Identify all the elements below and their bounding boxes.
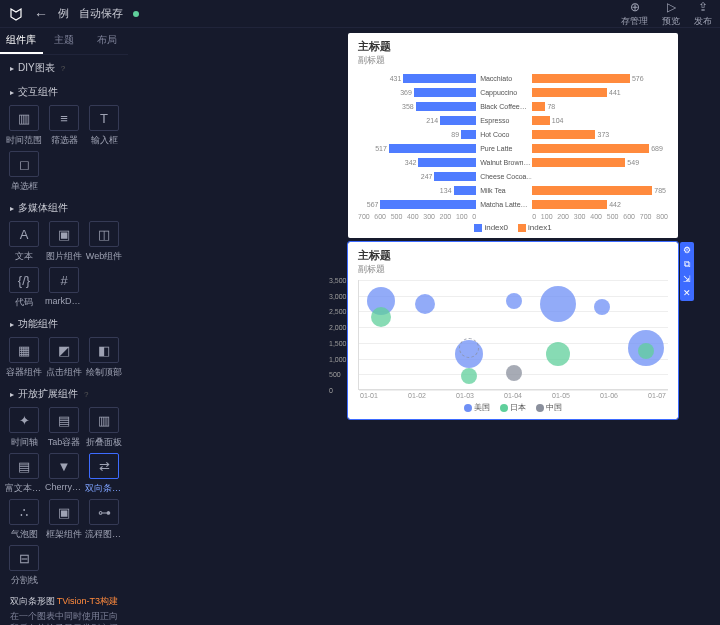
component-icon: ⊟ bbox=[9, 545, 39, 571]
bubble-point[interactable] bbox=[540, 286, 576, 322]
component-绘制顶部[interactable]: ◧绘制顶部 bbox=[86, 337, 122, 379]
tool-delete-icon[interactable]: ✕ bbox=[683, 288, 691, 298]
bubble-point[interactable] bbox=[506, 365, 522, 381]
component-label: 筛选器 bbox=[45, 134, 83, 147]
component-icon: ▤ bbox=[49, 407, 79, 433]
component-CherryMD[interactable]: ▼CherryMD bbox=[46, 453, 82, 495]
back-button[interactable]: ← bbox=[34, 6, 48, 22]
caret-icon: ▸ bbox=[10, 88, 14, 97]
canvas[interactable]: 主标题 副标题 43136935821489517342247134567 Ma… bbox=[128, 28, 720, 625]
component-icon: ▣ bbox=[49, 221, 79, 247]
autosave-indicator bbox=[133, 11, 139, 17]
component-分割线[interactable]: ⊟分割线 bbox=[6, 545, 42, 587]
top-action-存管理[interactable]: ⊕存管理 bbox=[621, 0, 648, 28]
caret-icon: ▸ bbox=[10, 64, 14, 73]
section-header[interactable]: ▸交互组件 bbox=[0, 79, 128, 103]
action-icon: ⇪ bbox=[698, 0, 708, 14]
tab-主题[interactable]: 主题 bbox=[43, 28, 86, 54]
component-label: 时间轴 bbox=[5, 436, 43, 449]
component-输入框[interactable]: T输入框 bbox=[86, 105, 122, 147]
component-点击组件[interactable]: ◩点击组件 bbox=[46, 337, 82, 379]
component-容器组件[interactable]: ▦容器组件 bbox=[6, 337, 42, 379]
chart-subtitle: 副标题 bbox=[358, 263, 668, 276]
bubble-point[interactable] bbox=[459, 338, 479, 358]
component-折叠面板[interactable]: ▥折叠面板 bbox=[86, 407, 122, 449]
chart-bubble[interactable]: ⚙⧉⇲✕ 主标题 副标题 05001,0001,5002,0002,5003,0… bbox=[348, 242, 678, 419]
chart-bidirectional-bar[interactable]: 主标题 副标题 43136935821489517342247134567 Ma… bbox=[348, 33, 678, 238]
sidebar: 组件库主题布局 ▸DIY图表?▸交互组件▥时间范围≡筛选器T输入框◻单选框▸多媒… bbox=[0, 28, 128, 625]
component-icon: ∴ bbox=[9, 499, 39, 525]
component-label: 点击组件 bbox=[45, 366, 83, 379]
top-action-预览[interactable]: ▷预览 bbox=[662, 0, 680, 28]
tool-settings-icon[interactable]: ⚙ bbox=[683, 245, 691, 255]
top-action-发布[interactable]: ⇪发布 bbox=[694, 0, 712, 28]
component-icon: T bbox=[89, 105, 119, 131]
component-markDown[interactable]: #markDown bbox=[46, 267, 82, 309]
component-气泡图[interactable]: ∴气泡图 bbox=[6, 499, 42, 541]
component-label: CherryMD bbox=[45, 482, 83, 492]
action-label: 发布 bbox=[694, 15, 712, 28]
component-图片组件[interactable]: ▣图片组件 bbox=[46, 221, 82, 263]
bubble-point[interactable] bbox=[461, 368, 477, 384]
component-时间轴[interactable]: ✦时间轴 bbox=[6, 407, 42, 449]
component-icon: ⇄ bbox=[89, 453, 119, 479]
component-description: 双向条形图TVision-T3构建 在一个图表中同时使用正向和反向的柱子显示类别… bbox=[0, 589, 128, 625]
component-icon: ▥ bbox=[89, 407, 119, 433]
component-label: 折叠面板 bbox=[85, 436, 123, 449]
component-筛选器[interactable]: ≡筛选器 bbox=[46, 105, 82, 147]
bubble-point[interactable] bbox=[546, 342, 570, 366]
component-icon: # bbox=[49, 267, 79, 293]
component-icon: ≡ bbox=[49, 105, 79, 131]
component-双向条形图[interactable]: ⇄双向条形图 bbox=[86, 453, 122, 495]
help-icon[interactable]: ? bbox=[84, 390, 88, 399]
bubble-point[interactable] bbox=[371, 307, 391, 327]
bubble-point[interactable] bbox=[638, 343, 654, 359]
bubble-point[interactable] bbox=[506, 293, 522, 309]
bubble-point[interactable] bbox=[415, 294, 435, 314]
sidebar-tabs: 组件库主题布局 bbox=[0, 28, 128, 55]
component-文本[interactable]: A文本 bbox=[6, 221, 42, 263]
component-icon: ◩ bbox=[49, 337, 79, 363]
component-单选框[interactable]: ◻单选框 bbox=[6, 151, 42, 193]
component-流程图组件[interactable]: ⊶流程图组件 bbox=[86, 499, 122, 541]
component-label: 绘制顶部 bbox=[85, 366, 123, 379]
tool-link-icon[interactable]: ⇲ bbox=[683, 274, 691, 284]
component-icon: ▼ bbox=[49, 453, 79, 479]
component-时间范围[interactable]: ▥时间范围 bbox=[6, 105, 42, 147]
component-代码[interactable]: {/}代码 bbox=[6, 267, 42, 309]
component-icon: A bbox=[9, 221, 39, 247]
bubble-point[interactable] bbox=[594, 299, 610, 315]
component-icon: ◻ bbox=[9, 151, 39, 177]
help-icon[interactable]: ? bbox=[61, 64, 65, 73]
action-label: 存管理 bbox=[621, 15, 648, 28]
tool-copy-icon[interactable]: ⧉ bbox=[684, 259, 690, 270]
chart-toolbar[interactable]: ⚙⧉⇲✕ bbox=[680, 242, 694, 301]
component-icon: ▣ bbox=[49, 499, 79, 525]
caret-icon: ▸ bbox=[10, 204, 14, 213]
action-icon: ▷ bbox=[667, 0, 676, 14]
section-header[interactable]: ▸DIY图表? bbox=[0, 55, 128, 79]
component-label: 框架组件 bbox=[45, 528, 83, 541]
tab-布局[interactable]: 布局 bbox=[85, 28, 128, 54]
section-header[interactable]: ▸多媒体组件 bbox=[0, 195, 128, 219]
autosave-label: 自动保存 bbox=[79, 6, 123, 21]
chart-title: 主标题 bbox=[358, 39, 668, 54]
component-label: 富文本表格 bbox=[5, 482, 43, 495]
component-富文本表格[interactable]: ▤富文本表格 bbox=[6, 453, 42, 495]
caret-icon: ▸ bbox=[10, 390, 14, 399]
component-label: 时间范围 bbox=[5, 134, 43, 147]
component-Web组件[interactable]: ◫Web组件 bbox=[86, 221, 122, 263]
section-header[interactable]: ▸功能组件 bbox=[0, 311, 128, 335]
component-Tab容器[interactable]: ▤Tab容器 bbox=[46, 407, 82, 449]
component-框架组件[interactable]: ▣框架组件 bbox=[46, 499, 82, 541]
action-icon: ⊕ bbox=[630, 0, 640, 14]
component-label: Web组件 bbox=[85, 250, 123, 263]
component-label: markDown bbox=[45, 296, 83, 306]
component-label: 分割线 bbox=[5, 574, 43, 587]
component-label: 输入框 bbox=[85, 134, 123, 147]
topbar: ← 例 自动保存 ⊕存管理▷预览⇪发布 bbox=[0, 0, 720, 28]
component-icon: ✦ bbox=[9, 407, 39, 433]
section-header[interactable]: ▸开放扩展组件? bbox=[0, 381, 128, 405]
desc-title: 双向条形图 bbox=[10, 596, 55, 606]
tab-组件库[interactable]: 组件库 bbox=[0, 28, 43, 54]
